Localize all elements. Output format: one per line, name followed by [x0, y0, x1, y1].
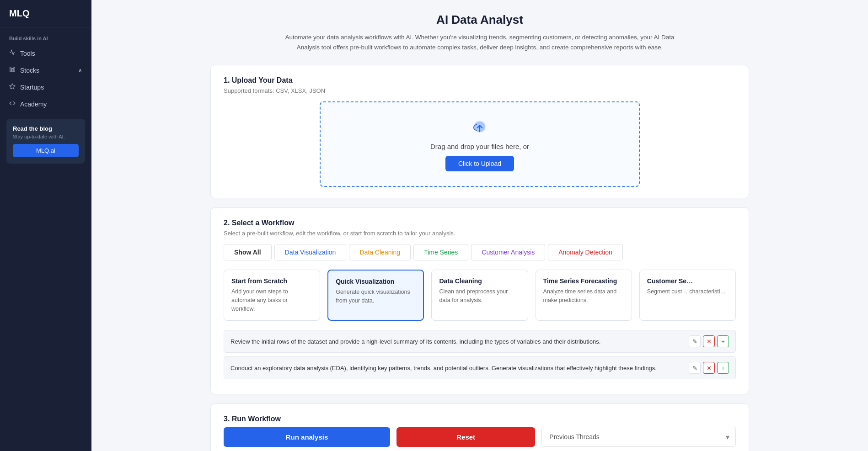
page-subtitle: Automate your data analysis workflows wi…: [274, 32, 686, 52]
sidebar-item-startups[interactable]: Startups: [0, 79, 91, 96]
card-customer-seg-title: Customer Se…: [647, 277, 728, 285]
step-1-text: Review the initial rows of the dataset a…: [230, 338, 685, 345]
startups-icon: [9, 83, 16, 91]
upload-dropzone[interactable]: Drag and drop your files here, or Click …: [320, 101, 640, 187]
card-customer-seg-desc: Segment cust… characteristi…: [647, 287, 728, 296]
upload-button[interactable]: Click to Upload: [445, 156, 514, 171]
sidebar-item-tools[interactable]: Tools: [0, 45, 91, 62]
card-quick-viz-title: Quick Visualization: [336, 278, 416, 285]
step-row-1: Review the initial rows of the dataset a…: [224, 330, 736, 353]
sidebar-section-label: Build skills in AI: [0, 27, 91, 45]
card-scratch-title: Start from Scratch: [231, 277, 312, 285]
run-heading: 3. Run Workflow: [224, 415, 736, 423]
sidebar-logo: MLQ: [0, 0, 91, 27]
workflow-section: 2. Select a Workflow Select a pre-built …: [210, 207, 749, 394]
svg-marker-3: [10, 84, 15, 89]
tab-anomaly[interactable]: Anomaly Detection: [548, 244, 623, 260]
tab-customer[interactable]: Customer Analysis: [471, 244, 545, 260]
stocks-chevron-icon: ∧: [78, 67, 82, 74]
step-1-delete-button[interactable]: ✕: [703, 335, 715, 347]
page-title: AI Data Analyst: [210, 13, 749, 27]
workflow-card-customer-seg[interactable]: Customer Se… Segment cust… characteristi…: [639, 270, 736, 321]
upload-cloud-icon: [470, 117, 490, 137]
main-content: AI Data Analyst Automate your data analy…: [91, 0, 868, 451]
upload-section: 1. Upload Your Data Supported formats: C…: [210, 65, 749, 198]
card-quick-viz-desc: Generate quick visualizations from your …: [336, 288, 416, 305]
upload-supported: Supported formats: CSV, XLSX, JSON: [224, 87, 736, 94]
svg-rect-0: [10, 67, 11, 72]
tab-data-clean[interactable]: Data Cleaning: [349, 244, 411, 260]
run-section: 3. Run Workflow Run analysis Reset Previ…: [210, 403, 749, 451]
card-time-series-desc: Analyze time series data and make predic…: [543, 287, 624, 305]
card-data-cleaning-title: Data Cleaning: [439, 277, 520, 285]
workflow-card-data-cleaning[interactable]: Data Cleaning Clean and preprocess your …: [431, 270, 528, 321]
sidebar-item-academy[interactable]: Academy: [0, 96, 91, 112]
workflow-heading: 2. Select a Workflow: [224, 219, 736, 227]
sidebar: MLQ Build skills in AI Tools Stocks ∧ St…: [0, 0, 91, 451]
workflow-card-time-series[interactable]: Time Series Forecasting Analyze time ser…: [536, 270, 632, 321]
svg-rect-1: [12, 69, 13, 72]
reset-button[interactable]: Reset: [396, 427, 535, 447]
run-analysis-button[interactable]: Run analysis: [224, 427, 390, 447]
previous-threads-wrapper: Previous Threads: [541, 427, 736, 447]
step-2-delete-button[interactable]: ✕: [703, 362, 715, 374]
upload-heading: 1. Upload Your Data: [224, 76, 736, 85]
workflow-card-scratch[interactable]: Start from Scratch Add your own steps to…: [224, 270, 320, 321]
sidebar-item-academy-label: Academy: [20, 101, 47, 108]
sidebar-item-stocks-label: Stocks: [20, 67, 39, 74]
tab-show-all[interactable]: Show All: [224, 244, 272, 260]
workflow-card-quick-viz[interactable]: Quick Visualization Generate quick visua…: [327, 270, 424, 321]
step-2-edit-button[interactable]: ✎: [689, 362, 701, 374]
workflow-tabs: Show All Data Visualization Data Cleanin…: [224, 244, 736, 260]
card-scratch-desc: Add your own steps to automate any tasks…: [231, 287, 312, 313]
svg-rect-2: [14, 68, 15, 72]
workflow-cards: Start from Scratch Add your own steps to…: [224, 270, 736, 321]
blog-card-button[interactable]: MLQ.ai: [13, 144, 79, 157]
blog-card-subtitle: Stay up-to-date with AI.: [13, 134, 79, 139]
stocks-icon: [9, 66, 16, 74]
step-row-2: Conduct an exploratory data analysis (ED…: [224, 356, 736, 379]
step-2-add-button[interactable]: +: [717, 362, 729, 374]
blog-card: Read the blog Stay up-to-date with AI. M…: [6, 119, 85, 164]
blog-card-title: Read the blog: [13, 125, 79, 132]
tab-time-series[interactable]: Time Series: [413, 244, 468, 260]
tab-data-viz[interactable]: Data Visualization: [274, 244, 347, 260]
workflow-sub: Select a pre-built workflow, edit the wo…: [224, 230, 736, 237]
step-2-text: Conduct an exploratory data analysis (ED…: [230, 365, 685, 371]
run-controls: Run analysis Reset Previous Threads: [224, 427, 736, 447]
card-data-cleaning-desc: Clean and preprocess your data for analy…: [439, 287, 520, 305]
card-time-series-title: Time Series Forecasting: [543, 277, 624, 285]
step-1-add-button[interactable]: +: [717, 335, 729, 347]
tools-icon: [9, 49, 16, 57]
sidebar-item-startups-label: Startups: [20, 84, 44, 91]
sidebar-item-stocks[interactable]: Stocks ∧: [0, 62, 91, 79]
step-2-actions: ✎ ✕ +: [689, 362, 729, 374]
upload-drag-text: Drag and drop your files here, or: [430, 143, 529, 150]
previous-threads-select[interactable]: Previous Threads: [541, 427, 736, 447]
sidebar-item-tools-label: Tools: [20, 50, 35, 57]
step-1-edit-button[interactable]: ✎: [689, 335, 701, 347]
step-1-actions: ✎ ✕ +: [689, 335, 729, 347]
academy-icon: [9, 100, 16, 108]
